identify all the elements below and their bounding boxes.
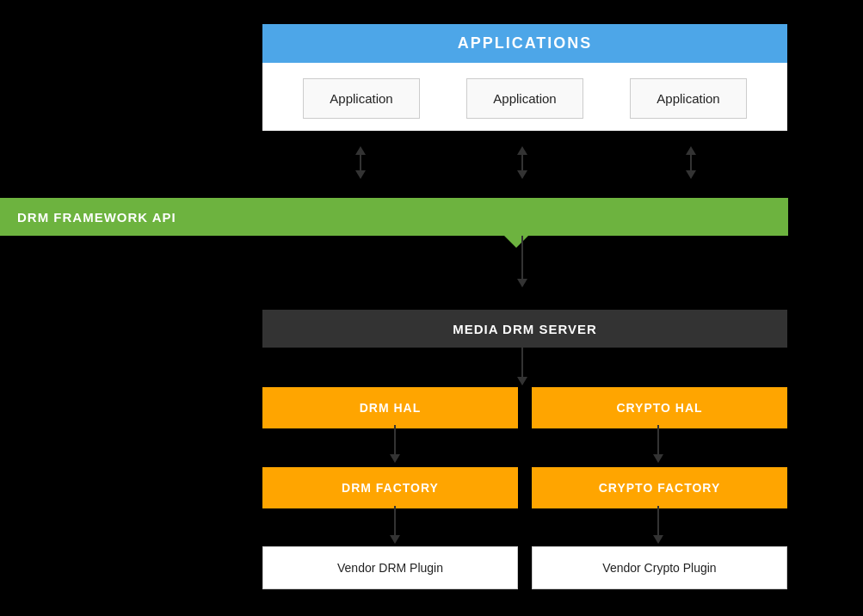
arrow-down-mid <box>517 170 527 179</box>
connector-hal-factory-right <box>653 425 663 463</box>
media-drm-server: MEDIA DRM SERVER <box>262 310 787 348</box>
applications-body: Application Application Application <box>262 63 787 131</box>
connector-drm-media <box>517 236 527 287</box>
connector-hal-factory-left <box>390 425 400 463</box>
drm-hal-box: DRM HAL <box>262 387 518 428</box>
media-drm-server-label: MEDIA DRM SERVER <box>453 322 597 336</box>
connector-factory-vendor-right <box>653 506 663 544</box>
connector-server-hal <box>517 348 527 385</box>
crypto-hal-box: CRYPTO HAL <box>532 387 787 428</box>
arrow-down-right <box>686 170 696 179</box>
arrow-down-media <box>517 279 527 287</box>
drm-factory-box: DRM FACTORY <box>262 467 518 508</box>
connector-factory-vendor-left <box>390 506 400 544</box>
arrow-down-factory-left <box>390 454 400 463</box>
diagram-container: APPLICATIONS Application Application App… <box>0 0 863 616</box>
arrow-up-mid <box>517 146 527 155</box>
arrow-down-factory-right <box>653 454 663 463</box>
arrow-down-hal <box>517 377 527 385</box>
line-server-hal <box>521 348 523 377</box>
line-hal-factory-right <box>657 425 659 454</box>
arrow-up-right <box>686 146 696 155</box>
line-mid <box>521 155 523 170</box>
drm-framework-label: DRM FRAMEWORK API <box>17 210 176 225</box>
app-box-1: Application <box>303 78 419 119</box>
vendor-crypto-box: Vendor Crypto Plugin <box>532 546 787 589</box>
app-box-3: Application <box>630 78 746 119</box>
crypto-factory-box: CRYPTO FACTORY <box>532 467 787 508</box>
drm-framework-bar: DRM FRAMEWORK API <box>0 198 788 236</box>
line-hal-factory-left <box>394 425 396 454</box>
arrow-down-vendor-left <box>390 535 400 544</box>
line-factory-vendor-right <box>657 506 659 535</box>
hal-row: DRM HAL CRYPTO HAL <box>262 387 787 428</box>
vendor-drm-box: Vendor DRM Plugin <box>262 546 518 589</box>
line-drm-media <box>521 236 523 279</box>
applications-block: APPLICATIONS Application Application App… <box>262 24 787 131</box>
line-right <box>690 155 692 170</box>
connector-right <box>686 146 696 179</box>
line-left <box>360 155 361 170</box>
factory-row: DRM FACTORY CRYPTO FACTORY <box>262 467 787 508</box>
arrow-down-vendor-right <box>653 535 663 544</box>
arrow-up-left <box>355 146 366 155</box>
connector-middle <box>517 146 527 179</box>
vendor-row: Vendor DRM Plugin Vendor Crypto Plugin <box>262 546 787 589</box>
applications-header: APPLICATIONS <box>262 24 787 63</box>
app-box-2: Application <box>466 78 583 119</box>
line-factory-vendor-left <box>394 506 396 535</box>
connector-left <box>355 146 366 179</box>
arrow-down-left <box>355 170 366 179</box>
